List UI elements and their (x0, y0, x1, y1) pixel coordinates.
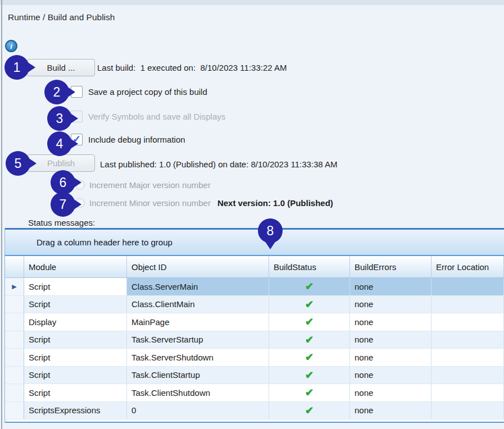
cell-error-location[interactable] (432, 278, 504, 295)
cell-builderrors[interactable]: none (350, 384, 432, 401)
cell-module[interactable]: Script (24, 331, 127, 349)
status-messages-grid: Drag a column header here to group Modul… (4, 228, 504, 423)
row-selector-cell[interactable] (5, 296, 24, 313)
cell-module[interactable]: Script (24, 296, 127, 313)
row-selector-cell[interactable]: ▶ (5, 278, 24, 295)
cell-builderrors[interactable]: none (350, 367, 432, 384)
cell-module[interactable]: Script (24, 349, 127, 366)
callout-number: 1 (13, 60, 21, 75)
row-selector-cell[interactable] (5, 331, 24, 349)
build-button[interactable]: Build ... (27, 59, 95, 76)
checkbox-include-debug[interactable]: ✓ Include debug information (71, 134, 185, 145)
cell-error-location[interactable] (432, 402, 504, 419)
table-row[interactable]: Script Task.ClientShutdown ✔ none (5, 384, 504, 402)
callout-number: 3 (56, 111, 63, 126)
callout-number: 7 (60, 197, 67, 212)
build-success-icon: ✔ (305, 369, 314, 381)
callout-5-publish-button: 5 (6, 151, 30, 176)
row-selector-cell[interactable] (5, 349, 24, 366)
cell-object-id[interactable]: MainPage (127, 313, 269, 331)
radio-label: Increment Major version number (89, 180, 211, 190)
status-messages-label: Status messages: (28, 218, 95, 227)
cell-module[interactable]: Script (24, 384, 127, 401)
info-icon-glyph: i (10, 42, 12, 51)
cell-builderrors[interactable]: none (350, 331, 432, 349)
info-icon[interactable]: i (5, 40, 17, 52)
column-header-builderrors[interactable]: BuildErrors (350, 256, 432, 277)
callout-4-debug-checkbox: 4 (47, 131, 72, 156)
callout-7-minor-version-radio: 7 (51, 192, 75, 217)
next-version-text: Next version: 1.0 (Published) (217, 198, 333, 208)
row-selector-cell[interactable] (5, 402, 24, 419)
row-selector-cell[interactable] (5, 367, 24, 384)
table-row[interactable]: ScriptsExpressions 0 ✔ none (5, 402, 504, 420)
cell-module[interactable]: ScriptsExpressions (24, 402, 127, 419)
cell-buildstatus[interactable]: ✔ (269, 331, 350, 349)
cell-builderrors[interactable]: none (350, 349, 432, 366)
cell-module[interactable]: Display (24, 313, 127, 331)
callout-number: 8 (267, 223, 274, 239)
publish-button: Publish (27, 154, 95, 172)
cell-error-location[interactable] (432, 296, 504, 313)
callout-6-major-version-radio: 6 (51, 170, 75, 195)
checkbox-save-project-copy[interactable]: Save a project copy of this build (71, 86, 207, 98)
table-row[interactable]: Script Task.ServerStartup ✔ none (5, 331, 504, 349)
callout-2-save-copy-checkbox: 2 (44, 80, 69, 104)
build-success-icon: ✔ (305, 404, 314, 417)
table-row[interactable]: ▶ Script Class.ServerMain ✔ none (5, 278, 504, 296)
build-success-icon: ✔ (305, 386, 314, 399)
build-success-icon: ✔ (305, 334, 314, 346)
radio-increment-major: Increment Major version number (75, 180, 211, 190)
cell-object-id[interactable]: Class.ClientMain (127, 296, 269, 313)
group-by-drop-zone[interactable]: Drag a column header here to group (5, 230, 504, 256)
cell-buildstatus[interactable]: ✔ (269, 402, 350, 419)
column-header-error-location[interactable]: Error Location (432, 256, 504, 277)
cell-buildstatus[interactable]: ✔ (269, 367, 350, 384)
cell-error-location[interactable] (432, 313, 504, 331)
table-row[interactable]: Script Class.ClientMain ✔ none (5, 296, 504, 314)
row-selector-cell[interactable] (5, 313, 24, 331)
callout-number: 2 (53, 85, 61, 100)
cell-builderrors[interactable]: none (350, 402, 432, 419)
callout-number: 5 (15, 156, 22, 171)
top-strip (0, 0, 504, 5)
column-header-buildstatus[interactable]: BuildStatus (269, 256, 350, 277)
cell-object-id[interactable]: Class.ServerMain (127, 278, 269, 295)
cell-object-id[interactable]: Task.ClientStartup (127, 367, 269, 384)
cell-buildstatus[interactable]: ✔ (269, 349, 350, 366)
cell-buildstatus[interactable]: ✔ (269, 296, 350, 313)
cell-module[interactable]: Script (24, 278, 127, 295)
cell-error-location[interactable] (432, 349, 504, 366)
cell-buildstatus[interactable]: ✔ (269, 313, 350, 331)
table-row[interactable]: Display MainPage ✔ none (5, 313, 504, 331)
column-header-object-id[interactable]: Object ID (127, 256, 269, 277)
cell-object-id[interactable]: Task.ServerShutdown (127, 349, 269, 366)
grid-header-row: Module Object ID BuildStatus BuildErrors… (5, 256, 504, 278)
cell-module[interactable]: Script (24, 367, 127, 384)
cell-object-id[interactable]: Task.ServerStartup (127, 331, 269, 349)
checkbox-label: Include debug information (88, 135, 185, 144)
cell-builderrors[interactable]: none (350, 296, 432, 313)
column-header-module[interactable]: Module (24, 256, 127, 277)
cell-error-location[interactable] (432, 367, 504, 384)
build-and-publish-panel: Runtime / Build and Publish i Build ... … (0, 0, 504, 429)
build-success-icon: ✔ (305, 316, 314, 328)
checkbox-label: Verify Symbols and save all Displays (88, 112, 225, 121)
cell-error-location[interactable] (432, 384, 504, 401)
cell-object-id[interactable]: 0 (127, 402, 269, 419)
cell-error-location[interactable] (432, 331, 504, 349)
page-title: Runtime / Build and Publish (8, 12, 115, 22)
cell-builderrors[interactable]: none (350, 313, 432, 331)
cell-object-id[interactable]: Task.ClientShutdown (127, 384, 269, 401)
radio-label: Increment Minor version number (89, 198, 211, 208)
table-row[interactable]: Script Task.ServerShutdown ✔ none (5, 349, 504, 367)
table-row[interactable]: Script Task.ClientStartup ✔ none (5, 367, 504, 385)
build-success-icon: ✔ (305, 351, 314, 363)
cell-buildstatus[interactable]: ✔ (269, 384, 350, 401)
group-by-hint-text: Drag a column header here to group (37, 238, 172, 247)
cell-builderrors[interactable]: none (350, 278, 432, 295)
callout-number: 4 (56, 136, 63, 152)
cell-buildstatus[interactable]: ✔ (269, 278, 350, 295)
checkbox-verify-symbols: Verify Symbols and save all Displays (71, 111, 225, 122)
row-selector-cell[interactable] (5, 384, 24, 401)
